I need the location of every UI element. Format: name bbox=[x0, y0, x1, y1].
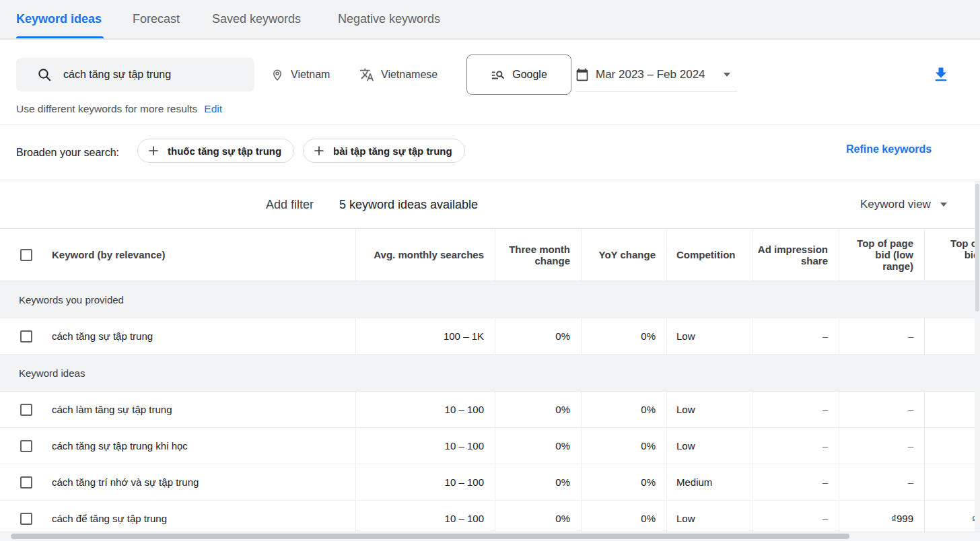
yoy-cell: 0% bbox=[581, 464, 666, 500]
keyword-view-dropdown[interactable]: Keyword view bbox=[860, 180, 947, 229]
network-search-icon bbox=[491, 67, 505, 82]
filter-bar: 1 Exclude adult ideas ✕ Add filter 5 key… bbox=[0, 180, 980, 229]
ad-share-cell: – bbox=[753, 428, 839, 464]
row-checkbox[interactable] bbox=[20, 476, 32, 489]
keyword-ideas-count: 5 keyword ideas available bbox=[339, 180, 478, 229]
top-bid-low-cell: – bbox=[839, 392, 924, 427]
add-filter-button[interactable]: Add filter bbox=[266, 180, 314, 229]
network-selector[interactable]: Google bbox=[466, 55, 571, 95]
horizontal-scrollbar-thumb[interactable] bbox=[11, 534, 849, 539]
section-keywords-you-provided: Keywords you provided bbox=[0, 281, 980, 318]
network-value: Google bbox=[512, 69, 547, 81]
keyword-cell: cách tăng sự tập trung khi học bbox=[52, 440, 188, 452]
divider bbox=[0, 124, 980, 125]
header-top-of-page-bid-high[interactable]: Top of page bid (high range) bbox=[924, 229, 980, 281]
header-keyword[interactable]: Keyword (by relevance) bbox=[0, 229, 355, 281]
search-icon bbox=[36, 67, 53, 83]
location-value: Vietnam bbox=[291, 69, 330, 81]
location-selector[interactable]: Vietnam bbox=[271, 58, 330, 92]
calendar-icon bbox=[575, 68, 589, 81]
three-month-cell: 0% bbox=[495, 428, 581, 464]
competition-cell: Medium bbox=[666, 464, 753, 500]
yoy-cell: 0% bbox=[581, 318, 666, 354]
keyword-cell: cách làm tăng sự tập trung bbox=[52, 404, 172, 415]
keyword-search-input[interactable]: cách tăng sự tập trung bbox=[16, 58, 254, 92]
row-checkbox[interactable] bbox=[20, 330, 32, 342]
three-month-cell: 0% bbox=[495, 464, 581, 500]
keyword-cell: cách tăng sự tập trung bbox=[52, 330, 153, 342]
chevron-down-icon bbox=[940, 203, 947, 207]
chip-label: thuốc tăng sự tập trung bbox=[168, 145, 281, 157]
keyword-view-label: Keyword view bbox=[860, 198, 931, 211]
edit-link[interactable]: Edit bbox=[204, 103, 222, 114]
section-keyword-ideas: Keyword ideas bbox=[0, 355, 980, 392]
vertical-scrollbar-thumb[interactable] bbox=[975, 184, 979, 312]
search-value: cách tăng sự tập trung bbox=[63, 69, 171, 81]
top-bid-low-cell: – bbox=[839, 428, 924, 464]
row-checkbox[interactable] bbox=[20, 440, 32, 452]
competition-cell: Low bbox=[666, 318, 753, 354]
searches-cell: 10 – 100 bbox=[355, 464, 495, 500]
translate-icon bbox=[359, 67, 374, 82]
yoy-cell: 0% bbox=[581, 392, 666, 427]
table-row[interactable]: cách tăng trí nhớ và sự tập trung 10 – 1… bbox=[0, 464, 980, 501]
table-row[interactable]: cách tăng sự tập trung khi học 10 – 100 … bbox=[0, 428, 980, 464]
table-row[interactable]: cách làm tăng sự tập trung 10 – 100 0% 0… bbox=[0, 392, 980, 428]
tab-forecast[interactable]: Forecast bbox=[133, 0, 180, 38]
header-avg-monthly-searches[interactable]: Avg. monthly searches bbox=[355, 229, 495, 281]
language-selector[interactable]: Vietnamese bbox=[359, 58, 438, 92]
broaden-label: Broaden your search: bbox=[16, 125, 119, 180]
date-range-value: Mar 2023 – Feb 2024 bbox=[596, 68, 705, 81]
tab-negative-keywords[interactable]: Negative keywords bbox=[338, 0, 440, 38]
chip-label: bài tập tăng sự tập trung bbox=[333, 145, 452, 157]
header-top-of-page-bid-low[interactable]: Top of page bid (low range) bbox=[839, 229, 924, 281]
searches-cell: 10 – 100 bbox=[355, 392, 495, 427]
top-bid-high-cell bbox=[924, 318, 980, 354]
broaden-chip-2[interactable]: bài tập tăng sự tập trung bbox=[303, 139, 465, 163]
broaden-chip-1[interactable]: thuốc tăng sự tập trung bbox=[137, 139, 294, 163]
ad-share-cell: – bbox=[753, 318, 839, 354]
table-header-row: Keyword (by relevance) Avg. monthly sear… bbox=[0, 229, 980, 281]
chevron-down-icon bbox=[724, 73, 730, 77]
plus-icon bbox=[313, 145, 325, 157]
ad-share-cell: – bbox=[753, 392, 839, 427]
top-bid-high-cell bbox=[924, 464, 980, 500]
row-checkbox[interactable] bbox=[20, 513, 32, 525]
download-button[interactable] bbox=[932, 65, 950, 84]
three-month-cell: 0% bbox=[495, 318, 581, 354]
yoy-cell: 0% bbox=[581, 428, 666, 464]
header-competition[interactable]: Competition bbox=[666, 229, 753, 281]
top-bid-low-cell: – bbox=[839, 318, 924, 354]
tab-keyword-ideas[interactable]: Keyword ideas bbox=[16, 0, 102, 38]
header-yoy-change[interactable]: YoY change bbox=[581, 229, 666, 281]
competition-cell: Low bbox=[666, 392, 753, 427]
top-bid-high-cell bbox=[924, 392, 980, 427]
top-bid-high-cell bbox=[924, 428, 980, 464]
ad-share-cell: – bbox=[753, 464, 839, 500]
tab-saved-keywords[interactable]: Saved keywords bbox=[212, 0, 301, 38]
plus-icon bbox=[147, 145, 160, 157]
keyword-cell: cách tăng trí nhớ và sự tập trung bbox=[52, 476, 199, 488]
header-three-month-change[interactable]: Three month change bbox=[495, 229, 581, 281]
three-month-cell: 0% bbox=[495, 392, 581, 427]
active-tab-indicator bbox=[16, 36, 104, 38]
searches-cell: 10 – 100 bbox=[355, 428, 495, 464]
keyword-table: Keyword (by relevance) Avg. monthly sear… bbox=[0, 229, 980, 537]
location-pin-icon bbox=[271, 68, 284, 81]
date-range-selector[interactable]: Mar 2023 – Feb 2024 bbox=[575, 58, 737, 92]
competition-cell: Low bbox=[666, 428, 753, 464]
select-all-checkbox[interactable] bbox=[20, 249, 32, 261]
table-row[interactable]: cách tăng sự tập trung 100 – 1K 0% 0% Lo… bbox=[0, 318, 980, 355]
language-value: Vietnamese bbox=[381, 69, 438, 81]
row-checkbox[interactable] bbox=[20, 404, 32, 416]
top-bid-low-cell: – bbox=[839, 464, 924, 500]
searches-cell: 100 – 1K bbox=[355, 318, 495, 354]
refine-keywords-link[interactable]: Refine keywords bbox=[846, 143, 932, 155]
search-hint: Use different keywords for more resultsE… bbox=[16, 103, 222, 115]
tab-bar: Keyword ideas Forecast Saved keywords Ne… bbox=[0, 0, 980, 40]
hint-text: Use different keywords for more results bbox=[16, 103, 197, 114]
header-ad-impression-share[interactable]: Ad impression share bbox=[753, 229, 839, 281]
keyword-cell: cách để tăng sự tập trung bbox=[52, 513, 167, 524]
